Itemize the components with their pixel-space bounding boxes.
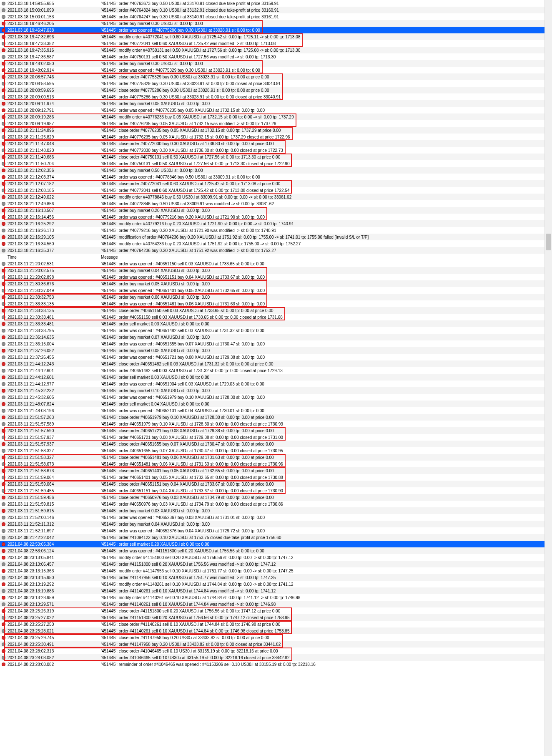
log-row[interactable]: 2021.03.18 20:09:19.286'451445': modify … [0, 113, 552, 120]
log-row[interactable]: 2021.03.18 21:12:49.856'451445': order #… [0, 200, 552, 207]
log-row[interactable]: 2021.04.08 21:42:22.042'451445': order #… [0, 534, 552, 541]
log-row[interactable]: 2021.03.18 14:59:55.655'451445': order #… [0, 0, 552, 7]
log-row[interactable]: 2021.03.18 20:08:59.695'451445': close o… [0, 87, 552, 93]
log-row[interactable]: 2021.03.11 21:52:00.146'451445': order w… [0, 514, 552, 521]
log-row[interactable]: 2021.03.11 21:52:11.312'451445': order b… [0, 521, 552, 527]
log-row[interactable]: 2021.04.08 23:28:02.313'451445': close o… [0, 648, 552, 654]
log-row[interactable]: 2021.03.18 21:11:24.896'451445': close o… [0, 127, 552, 134]
log-row[interactable]: 2021.03.18 20:08:58.595'451445': order #… [0, 80, 552, 87]
log-row[interactable]: 2021.04.08 23:13:19.292'451445': modify … [0, 581, 552, 587]
log-row[interactable]: 2021.03.11 21:51:57.263'451445': close o… [0, 414, 552, 421]
log-row[interactable]: 2021.04.08 23:28:03.082'451445': order #… [0, 654, 552, 661]
log-row[interactable]: 2021.04.08 23:25:27.250'451445': close o… [0, 621, 552, 627]
log-row[interactable]: 2021.03.18 21:16:14.456'451445': order w… [0, 214, 552, 220]
log-row[interactable]: 2021.04.08 23:25:30.491'451445': order #… [0, 641, 552, 648]
log-row[interactable]: 2021.03.18 21:11:48.020'451445': order #… [0, 147, 552, 154]
log-row[interactable]: 2021.03.11 21:51:58.673'451445': close o… [0, 467, 552, 474]
log-row[interactable]: 2021.03.18 19:47:35.916'451445': modify … [0, 47, 552, 53]
log-row[interactable]: 2021.03.11 21:51:59.815'451445': order b… [0, 507, 552, 514]
log-row[interactable]: 2021.03.11 21:51:57.937'451445': close o… [0, 441, 552, 447]
log-row[interactable]: 2021.03.11 21:44:12.977'451445': order w… [0, 381, 552, 387]
log-row[interactable]: 2021.03.18 20:09:19.987'451445': order #… [0, 120, 552, 127]
log-row[interactable]: 2021.03.11 21:30:37.049'451445': order w… [0, 287, 552, 294]
scroll-thumb[interactable] [546, 234, 551, 250]
scrollbar[interactable] [544, 0, 552, 668]
log-row[interactable]: 2021.03.11 21:51:57.589'451445': order #… [0, 421, 552, 427]
log-row[interactable]: 2021.03.18 19:47:32.696'451445': modify … [0, 33, 552, 40]
log-row[interactable]: 2021.04.08 23:28:03.082'451445': remaind… [0, 661, 552, 668]
log-row[interactable]: 2021.03.18 21:16:26.173'451445': order #… [0, 227, 552, 234]
log-table[interactable]: 2021.03.18 14:59:55.655'451445': order #… [0, 0, 552, 668]
log-row[interactable]: 2021.03.11 21:51:57.937'451445': order #… [0, 434, 552, 441]
log-row[interactable]: 2021.03.18 21:12:02.356'451445': order b… [0, 167, 552, 174]
log-row[interactable]: 2021.03.11 21:20:02.575'451445': order b… [0, 267, 552, 274]
log-row[interactable]: 2021.03.11 21:30:36.676'451445': order b… [0, 280, 552, 287]
log-row[interactable]: 2021.04.08 23:13:29.571'451445': order #… [0, 601, 552, 607]
log-row[interactable]: 2021.03.11 21:44:12.601'451445': order #… [0, 367, 552, 374]
log-row[interactable]: 2021.04.08 23:13:15.950'451445': order #… [0, 574, 552, 581]
log-row[interactable]: 2021.03.11 21:36:14.635'451445': order b… [0, 334, 552, 340]
log-row[interactable]: 2021.04.08 23:13:19.886'451445': order #… [0, 587, 552, 594]
log-row[interactable]: 2021.03.18 19:46:47.038'451445': order w… [0, 27, 552, 33]
log-row[interactable]: 2021.03.11 21:20:02.531'451445': order w… [0, 260, 552, 267]
log-row[interactable]: 2021.03.18 21:11:25.829'451445': order #… [0, 134, 552, 140]
log-row[interactable]: 2021.03.18 19:47:33.382'451445': order #… [0, 40, 552, 47]
log-row[interactable]: 2021.04.08 23:13:06.457'451445': order #… [0, 561, 552, 567]
log-row[interactable]: 2021.03.11 21:33:32.753'451445': order b… [0, 294, 552, 300]
log-row[interactable]: 2021.03.11 21:33:33.795'451445': order w… [0, 327, 552, 334]
log-row[interactable]: 2021.03.11 21:45:32.605'451445': order w… [0, 394, 552, 401]
log-row[interactable]: 2021.03.18 19:46:46.205'451445': order b… [0, 20, 552, 27]
log-row[interactable]: 2021.03.11 21:44:12.243'451445': close o… [0, 360, 552, 367]
log-row[interactable]: 2021.03.18 21:16:25.292'451445': modify … [0, 220, 552, 227]
log-row[interactable]: 2021.03.18 19:48:02.050'451445': order b… [0, 60, 552, 67]
log-row[interactable]: 2021.04.08 23:13:28.959'451445': modify … [0, 594, 552, 601]
log-row[interactable]: 2021.03.18 21:16:29.105'451445': modific… [0, 234, 552, 240]
log-row[interactable]: 2021.03.11 21:51:59.815'451445': order #… [0, 501, 552, 507]
log-row[interactable]: 2021.03.18 21:12:08.185'451445': order #… [0, 187, 552, 194]
log-row[interactable]: 2021.03.11 21:51:58.327'451445': order #… [0, 447, 552, 454]
log-row[interactable]: 2021.04.08 23:13:05.841'451445': modify … [0, 554, 552, 561]
log-row[interactable]: 2021.04.08 23:25:29.745'451445': close o… [0, 634, 552, 641]
log-row[interactable]: 2021.03.18 20:09:12.791'451445': order w… [0, 107, 552, 113]
log-row[interactable]: 2021.03.11 21:48:07.824'451445': order s… [0, 401, 552, 407]
log-row[interactable]: 2021.03.11 21:37:26.455'451445': order w… [0, 354, 552, 360]
log-row[interactable]: 2021.04.08 22:53:05.384'451445': order s… [0, 541, 552, 547]
log-row[interactable]: 2021.03.18 19:47:36.587'451445': order #… [0, 53, 552, 60]
log-row[interactable]: 2021.03.11 21:48:08.196'451445': order w… [0, 407, 552, 414]
log-row[interactable]: 2021.03.18 21:11:47.048'451445': close o… [0, 140, 552, 147]
log-row[interactable]: 2021.03.11 21:20:02.898'451445': order w… [0, 274, 552, 280]
log-row[interactable]: 2021.03.18 21:12:07.182'451445': close o… [0, 180, 552, 187]
log-row[interactable]: 2021.03.18 20:09:11.974'451445': order b… [0, 100, 552, 107]
log-row[interactable]: 2021.03.11 21:51:58.327'451445': close o… [0, 454, 552, 461]
log-row[interactable]: 2021.03.11 21:33:33.481'451445': order #… [0, 314, 552, 320]
log-row[interactable]: 2021.03.11 21:51:59.064'451445': order #… [0, 474, 552, 481]
log-row[interactable]: 2021.03.18 21:16:34.560'451445': modify … [0, 240, 552, 247]
log-row[interactable]: 2021.03.18 21:11:49.686'451445': close o… [0, 154, 552, 160]
log-row[interactable]: 2021.04.08 23:25:28.021'451445': order #… [0, 627, 552, 634]
log-row[interactable]: 2021.03.18 21:12:03.374'451445': order w… [0, 174, 552, 180]
log-row[interactable]: 2021.04.08 22:53:06.124'451445': order w… [0, 547, 552, 554]
log-row[interactable]: 2021.03.18 15:00:01.153'451445': order #… [0, 13, 552, 20]
log-row[interactable]: 2021.03.11 21:51:57.590'451445': close o… [0, 427, 552, 434]
log-row[interactable]: 2021.03.18 21:16:13.507'451445': order b… [0, 207, 552, 214]
log-row[interactable]: 2021.03.11 21:51:58.673'451445': order #… [0, 461, 552, 467]
log-row[interactable]: 2021.03.11 21:33:33.135'451445': order w… [0, 300, 552, 307]
log-row[interactable]: 2021.03.11 21:36:15.004'451445': order w… [0, 340, 552, 347]
log-row[interactable]: 2021.03.11 21:51:59.456'451445': close o… [0, 494, 552, 501]
log-row[interactable]: 2021.03.11 21:33:33.481'451445': order s… [0, 320, 552, 327]
log-row[interactable]: 2021.03.18 21:11:50.704'451445': order #… [0, 160, 552, 167]
log-row[interactable]: 2021.03.11 21:52:11.697'451445': order w… [0, 527, 552, 534]
log-row[interactable]: 2021.03.18 15:00:01.099'451445': order #… [0, 7, 552, 13]
log-row[interactable]: 2021.03.18 19:48:02.914'451445': order w… [0, 67, 552, 73]
log-row[interactable]: 2021.04.08 23:25:26.319'451445': close o… [0, 607, 552, 614]
log-row[interactable]: 2021.03.18 20:08:57.746'451445': close o… [0, 73, 552, 80]
log-row[interactable]: 2021.03.18 20:09:00.513'451445': order #… [0, 93, 552, 100]
log-row[interactable]: 2021.03.11 21:45:32.232'451445': order b… [0, 387, 552, 394]
log-row[interactable]: 2021.03.18 21:16:35.377'451445': order #… [0, 247, 552, 254]
log-row[interactable]: 2021.03.11 21:33:33.135'451445': close o… [0, 307, 552, 314]
log-row[interactable]: 2021.03.11 21:44:12.601'451445': order s… [0, 374, 552, 381]
log-row[interactable]: 2021.03.11 21:51:59.455'451445': order #… [0, 487, 552, 494]
log-row[interactable]: 2021.04.08 23:13:15.363'451445': modify … [0, 567, 552, 574]
log-row[interactable]: 2021.03.11 21:37:26.082'451445': order b… [0, 347, 552, 354]
log-row[interactable]: 2021.04.08 23:25:27.022'451445': order #… [0, 614, 552, 621]
